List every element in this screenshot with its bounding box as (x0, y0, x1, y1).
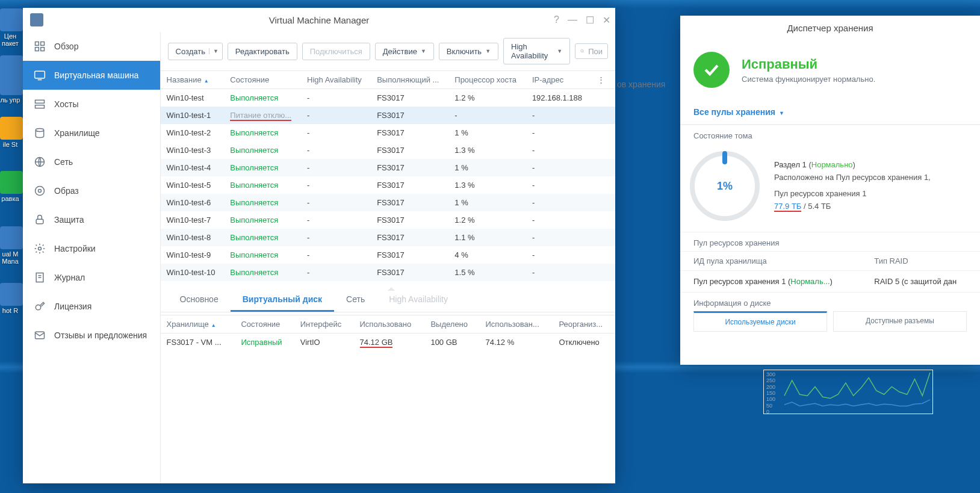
sidebar-item-storage[interactable]: Хранилище (23, 119, 160, 147)
vm-icon (34, 69, 46, 81)
desktop-icon[interactable]: Ценпакет (0, 8, 20, 47)
sidebar-item-settings[interactable]: Настройки (23, 234, 160, 263)
tab-high-availability: High Availability (377, 287, 460, 312)
window-storage-manager: Диспетчер хранения Исправный Система фун… (680, 16, 980, 365)
image-icon (34, 185, 46, 197)
table-row[interactable]: Win10-test-6Выполняется-FS30171 %- (161, 194, 615, 211)
network-icon (34, 156, 46, 168)
detail-tabs: ОсновноеВиртуальный дискСетьHigh Availab… (161, 287, 615, 312)
column-header[interactable]: Интерфейс (294, 315, 354, 333)
window-vmm: Virtual Machine Manager ? — ☐ ✕ ОбзорВир… (23, 8, 615, 483)
sidebar: ОбзорВиртуальная машинаХостыХранилищеСет… (23, 32, 161, 483)
column-menu[interactable]: ⋮ (591, 71, 615, 89)
sidebar-item-feedback[interactable]: Отзывы и предложения (23, 321, 160, 350)
table-row[interactable]: Win10-test-5Выполняется-FS30171.3 %- (161, 176, 615, 194)
column-header[interactable]: Состояние (235, 315, 294, 333)
tab-used-disks[interactable]: Используемые диски (693, 311, 827, 332)
power-button[interactable]: Включить▼ (439, 43, 498, 60)
minimize-icon[interactable]: — (568, 14, 577, 26)
column-header[interactable]: Название (161, 71, 225, 89)
section-pool: Пул ресурсов хранения (680, 232, 980, 251)
pool-dropdown[interactable]: Все пулы хранения▼ (680, 100, 980, 125)
tab-available-slots[interactable]: Доступные разъемы (833, 311, 967, 332)
column-header[interactable]: Использовано (354, 315, 425, 333)
svg-point-18 (36, 305, 40, 310)
column-header[interactable]: High Availability (301, 71, 371, 89)
column-header[interactable]: Выполняющий ... (371, 71, 448, 89)
connect-button: Подключиться (302, 43, 370, 60)
sidebar-item-hosts[interactable]: Хосты (23, 90, 160, 119)
table-row[interactable]: Win10-test-4Выполняется-FS30171 %- (161, 159, 615, 176)
svg-rect-1 (41, 42, 45, 46)
svg-rect-7 (36, 105, 45, 108)
settings-icon (34, 243, 46, 255)
svg-point-20 (581, 49, 583, 52)
table-row[interactable]: Win10-test-9Выполняется-FS30174 %- (161, 246, 615, 264)
column-header[interactable]: Реорганиз... (553, 315, 615, 333)
ha-button[interactable]: High Availability▼ (503, 38, 570, 64)
desktop-icon[interactable]: hot R (0, 283, 20, 314)
log-icon (34, 271, 46, 284)
sidebar-item-log[interactable]: Журнал (23, 263, 160, 292)
disk-activity-chart: 300250200150100500 (763, 370, 933, 414)
section-volume: Состояние тома (680, 125, 980, 144)
table-row[interactable]: Win10-test-10Выполняется-FS30171.5 %- (161, 264, 615, 281)
svg-rect-13 (36, 219, 43, 224)
sidebar-item-overview[interactable]: Обзор (23, 32, 160, 61)
create-button[interactable]: Создать▼ (168, 43, 223, 60)
svg-line-21 (583, 52, 584, 52)
table-row[interactable]: Win10-test-3Выполняется-FS30171.3 %- (161, 141, 615, 159)
tab-виртуальный-диск[interactable]: Виртуальный диск (231, 287, 334, 312)
close-icon[interactable]: ✕ (603, 14, 610, 26)
table-row[interactable]: Win10-test-7Выполняется-FS30171.2 %- (161, 211, 615, 229)
desktop-icon[interactable]: ile St (0, 117, 20, 148)
hosts-icon (34, 98, 46, 110)
search-icon (580, 46, 585, 56)
overview-icon (34, 40, 46, 52)
column-header[interactable]: Выделено (424, 315, 479, 333)
table-row[interactable]: FS3017 - VM ...ИсправныйVirtIO74.12 GB10… (161, 333, 615, 352)
column-header[interactable]: Хранилище (161, 315, 235, 333)
help-icon[interactable]: ? (554, 14, 559, 26)
table-row[interactable]: Win10-test-1Питание отклю...-FS3017-- (161, 107, 615, 124)
search-input[interactable]: Пои (575, 43, 608, 59)
occluded-text: ов хранения (617, 79, 665, 89)
svg-rect-0 (36, 42, 39, 46)
action-button[interactable]: Действие▼ (375, 43, 434, 60)
app-icon (30, 13, 43, 26)
titlebar-sm[interactable]: Диспетчер хранения (680, 16, 980, 40)
tab-сеть[interactable]: Сеть (334, 287, 377, 312)
volume-info: Раздел 1 (Нормально) Расположено на Пул … (774, 159, 931, 212)
desktop-icon[interactable]: ual MMana (0, 226, 20, 265)
column-header[interactable]: Процессор хоста (448, 71, 526, 89)
sidebar-item-license[interactable]: Лицензия (23, 292, 160, 321)
desktop-icon[interactable]: ль упр (0, 72, 20, 104)
toolbar: Создать▼ Редактировать Подключиться Дейс… (161, 32, 615, 70)
svg-rect-2 (36, 48, 39, 51)
feedback-icon (34, 329, 46, 341)
table-row[interactable]: Win10-test-8Выполняется-FS30171.1 %- (161, 229, 615, 246)
column-header[interactable]: IP-адрес (526, 71, 591, 89)
table-row[interactable]: Пул ресурсов хранения 1 (Нормаль...) RAI… (680, 271, 980, 293)
section-disks: Информация о диске (680, 292, 980, 311)
svg-point-11 (36, 187, 45, 196)
column-header[interactable]: Состояние (224, 71, 301, 89)
svg-point-14 (39, 247, 42, 250)
sidebar-item-protect[interactable]: Защита (23, 205, 160, 234)
usage-gauge: 1% (690, 151, 760, 221)
sidebar-item-network[interactable]: Сеть (23, 147, 160, 176)
health-status: Исправный Система функционирует нормальн… (680, 40, 980, 100)
svg-rect-3 (41, 48, 45, 51)
sidebar-item-image[interactable]: Образ (23, 176, 160, 205)
edit-button[interactable]: Редактировать (228, 43, 297, 60)
sidebar-item-vm[interactable]: Виртуальная машина (23, 61, 160, 90)
table-row[interactable]: Win10-test-2Выполняется-FS30171 %- (161, 124, 615, 141)
titlebar-vmm[interactable]: Virtual Machine Manager ? — ☐ ✕ (23, 8, 615, 32)
disk-table: ХранилищеСостояниеИнтерфейсИспользованоВ… (161, 315, 615, 351)
maximize-icon[interactable]: ☐ (586, 14, 594, 26)
table-row[interactable]: Win10-testВыполняется-FS30171.2 %192.168… (161, 89, 615, 107)
desktop-icon[interactable]: равка (0, 171, 20, 202)
tab-основное[interactable]: Основное (168, 287, 231, 312)
health-title: Исправный (742, 57, 875, 72)
column-header[interactable]: Использован... (480, 315, 553, 333)
